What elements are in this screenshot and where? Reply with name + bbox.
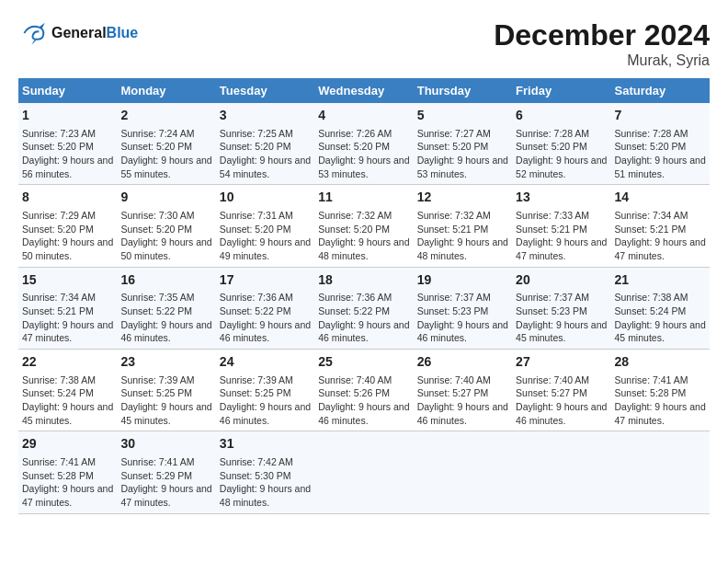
calendar-cell: 7Sunrise: 7:28 AM Sunset: 5:20 PM Daylig… bbox=[611, 103, 710, 185]
day-number: 9 bbox=[120, 189, 211, 207]
day-info: Sunrise: 7:41 AM Sunset: 5:29 PM Dayligh… bbox=[120, 455, 211, 510]
day-info: Sunrise: 7:40 AM Sunset: 5:27 PM Dayligh… bbox=[516, 373, 607, 428]
calendar-week-row: 29Sunrise: 7:41 AM Sunset: 5:28 PM Dayli… bbox=[18, 431, 710, 513]
day-info: Sunrise: 7:28 AM Sunset: 5:20 PM Dayligh… bbox=[615, 127, 706, 181]
day-info: Sunrise: 7:42 AM Sunset: 5:30 PM Dayligh… bbox=[220, 455, 311, 510]
calendar-cell: 26Sunrise: 7:40 AM Sunset: 5:27 PM Dayli… bbox=[414, 350, 512, 431]
calendar-cell: 3Sunrise: 7:25 AM Sunset: 5:20 PM Daylig… bbox=[216, 103, 314, 185]
day-number: 29 bbox=[22, 435, 113, 454]
calendar-table: SundayMondayTuesdayWednesdayThursdayFrid… bbox=[18, 78, 710, 514]
day-number: 11 bbox=[318, 189, 409, 207]
column-header-thursday: Thursday bbox=[414, 78, 512, 103]
calendar-cell: 6Sunrise: 7:28 AM Sunset: 5:20 PM Daylig… bbox=[512, 103, 610, 185]
calendar-cell: 29Sunrise: 7:41 AM Sunset: 5:28 PM Dayli… bbox=[18, 431, 117, 513]
day-info: Sunrise: 7:40 AM Sunset: 5:26 PM Dayligh… bbox=[318, 373, 409, 428]
day-number: 20 bbox=[516, 271, 607, 290]
day-info: Sunrise: 7:40 AM Sunset: 5:27 PM Dayligh… bbox=[417, 373, 508, 428]
day-info: Sunrise: 7:27 AM Sunset: 5:20 PM Dayligh… bbox=[417, 127, 508, 181]
logo: GeneralBlue bbox=[18, 18, 138, 48]
calendar-cell bbox=[414, 431, 512, 513]
day-number: 17 bbox=[220, 271, 311, 290]
calendar-week-row: 8Sunrise: 7:29 AM Sunset: 5:20 PM Daylig… bbox=[18, 185, 710, 267]
calendar-cell: 8Sunrise: 7:29 AM Sunset: 5:20 PM Daylig… bbox=[18, 185, 117, 267]
calendar-cell: 10Sunrise: 7:31 AM Sunset: 5:20 PM Dayli… bbox=[216, 185, 314, 267]
column-header-tuesday: Tuesday bbox=[216, 78, 314, 103]
column-header-monday: Monday bbox=[117, 78, 215, 103]
calendar-cell bbox=[512, 431, 610, 513]
day-number: 6 bbox=[516, 107, 607, 125]
day-number: 21 bbox=[615, 271, 706, 290]
day-number: 13 bbox=[516, 189, 607, 207]
calendar-header-row: SundayMondayTuesdayWednesdayThursdayFrid… bbox=[18, 78, 710, 103]
calendar-cell: 2Sunrise: 7:24 AM Sunset: 5:20 PM Daylig… bbox=[117, 103, 215, 185]
calendar-cell: 25Sunrise: 7:40 AM Sunset: 5:26 PM Dayli… bbox=[314, 350, 413, 431]
calendar-cell: 20Sunrise: 7:37 AM Sunset: 5:23 PM Dayli… bbox=[512, 267, 610, 349]
calendar-cell: 31Sunrise: 7:42 AM Sunset: 5:30 PM Dayli… bbox=[216, 431, 314, 513]
calendar-cell: 30Sunrise: 7:41 AM Sunset: 5:29 PM Dayli… bbox=[117, 431, 215, 513]
day-info: Sunrise: 7:37 AM Sunset: 5:23 PM Dayligh… bbox=[516, 291, 607, 345]
day-info: Sunrise: 7:24 AM Sunset: 5:20 PM Dayligh… bbox=[120, 127, 211, 181]
day-info: Sunrise: 7:37 AM Sunset: 5:23 PM Dayligh… bbox=[417, 291, 508, 345]
day-number: 14 bbox=[615, 189, 706, 207]
calendar-cell: 5Sunrise: 7:27 AM Sunset: 5:20 PM Daylig… bbox=[414, 103, 512, 185]
column-header-saturday: Saturday bbox=[611, 78, 710, 103]
location: Murak, Syria bbox=[494, 52, 710, 69]
column-header-sunday: Sunday bbox=[18, 78, 117, 103]
logo-icon bbox=[18, 18, 48, 48]
calendar-cell: 4Sunrise: 7:26 AM Sunset: 5:20 PM Daylig… bbox=[314, 103, 413, 185]
day-number: 27 bbox=[516, 353, 607, 372]
calendar-week-row: 1Sunrise: 7:23 AM Sunset: 5:20 PM Daylig… bbox=[18, 103, 710, 185]
calendar-week-row: 15Sunrise: 7:34 AM Sunset: 5:21 PM Dayli… bbox=[18, 267, 710, 349]
calendar-cell: 18Sunrise: 7:36 AM Sunset: 5:22 PM Dayli… bbox=[314, 267, 413, 349]
day-info: Sunrise: 7:39 AM Sunset: 5:25 PM Dayligh… bbox=[220, 373, 311, 428]
day-info: Sunrise: 7:38 AM Sunset: 5:24 PM Dayligh… bbox=[615, 291, 706, 345]
day-info: Sunrise: 7:34 AM Sunset: 5:21 PM Dayligh… bbox=[22, 291, 113, 345]
day-info: Sunrise: 7:26 AM Sunset: 5:20 PM Dayligh… bbox=[318, 127, 409, 181]
day-number: 18 bbox=[318, 271, 409, 290]
day-number: 5 bbox=[417, 107, 508, 125]
calendar-cell: 13Sunrise: 7:33 AM Sunset: 5:21 PM Dayli… bbox=[512, 185, 610, 267]
day-number: 7 bbox=[615, 107, 706, 125]
calendar-cell: 28Sunrise: 7:41 AM Sunset: 5:28 PM Dayli… bbox=[611, 350, 710, 431]
calendar-cell: 19Sunrise: 7:37 AM Sunset: 5:23 PM Dayli… bbox=[414, 267, 512, 349]
calendar-cell: 23Sunrise: 7:39 AM Sunset: 5:25 PM Dayli… bbox=[117, 350, 215, 431]
calendar-cell: 1Sunrise: 7:23 AM Sunset: 5:20 PM Daylig… bbox=[18, 103, 117, 185]
day-info: Sunrise: 7:41 AM Sunset: 5:28 PM Dayligh… bbox=[22, 455, 113, 510]
calendar-cell: 27Sunrise: 7:40 AM Sunset: 5:27 PM Dayli… bbox=[512, 350, 610, 431]
day-number: 2 bbox=[120, 107, 211, 125]
day-info: Sunrise: 7:34 AM Sunset: 5:21 PM Dayligh… bbox=[615, 209, 706, 263]
day-number: 10 bbox=[220, 189, 311, 207]
calendar-cell: 24Sunrise: 7:39 AM Sunset: 5:25 PM Dayli… bbox=[216, 350, 314, 431]
calendar-week-row: 22Sunrise: 7:38 AM Sunset: 5:24 PM Dayli… bbox=[18, 350, 710, 431]
day-number: 3 bbox=[220, 107, 311, 125]
page-header: GeneralBlue December 2024 Murak, Syria bbox=[18, 18, 710, 69]
day-info: Sunrise: 7:39 AM Sunset: 5:25 PM Dayligh… bbox=[120, 373, 211, 428]
calendar-cell bbox=[314, 431, 413, 513]
day-info: Sunrise: 7:38 AM Sunset: 5:24 PM Dayligh… bbox=[22, 373, 113, 428]
calendar-cell: 15Sunrise: 7:34 AM Sunset: 5:21 PM Dayli… bbox=[18, 267, 117, 349]
day-info: Sunrise: 7:33 AM Sunset: 5:21 PM Dayligh… bbox=[516, 209, 607, 263]
day-info: Sunrise: 7:41 AM Sunset: 5:28 PM Dayligh… bbox=[615, 373, 706, 428]
day-number: 15 bbox=[22, 271, 113, 290]
day-number: 12 bbox=[417, 189, 508, 207]
day-number: 4 bbox=[318, 107, 409, 125]
column-header-friday: Friday bbox=[512, 78, 610, 103]
logo-text: GeneralBlue bbox=[51, 25, 138, 41]
calendar-cell: 16Sunrise: 7:35 AM Sunset: 5:22 PM Dayli… bbox=[117, 267, 215, 349]
calendar-cell: 12Sunrise: 7:32 AM Sunset: 5:21 PM Dayli… bbox=[414, 185, 512, 267]
day-number: 25 bbox=[318, 353, 409, 372]
day-number: 28 bbox=[615, 353, 706, 372]
day-info: Sunrise: 7:30 AM Sunset: 5:20 PM Dayligh… bbox=[120, 209, 211, 263]
day-info: Sunrise: 7:23 AM Sunset: 5:20 PM Dayligh… bbox=[22, 127, 113, 181]
column-header-wednesday: Wednesday bbox=[314, 78, 413, 103]
day-number: 23 bbox=[120, 353, 211, 372]
calendar-cell: 11Sunrise: 7:32 AM Sunset: 5:20 PM Dayli… bbox=[314, 185, 413, 267]
month-title: December 2024 bbox=[494, 18, 710, 52]
day-number: 26 bbox=[417, 353, 508, 372]
day-number: 22 bbox=[22, 353, 113, 372]
day-info: Sunrise: 7:36 AM Sunset: 5:22 PM Dayligh… bbox=[220, 291, 311, 345]
day-number: 19 bbox=[417, 271, 508, 290]
day-number: 16 bbox=[120, 271, 211, 290]
day-info: Sunrise: 7:32 AM Sunset: 5:20 PM Dayligh… bbox=[318, 209, 409, 263]
calendar-cell: 14Sunrise: 7:34 AM Sunset: 5:21 PM Dayli… bbox=[611, 185, 710, 267]
